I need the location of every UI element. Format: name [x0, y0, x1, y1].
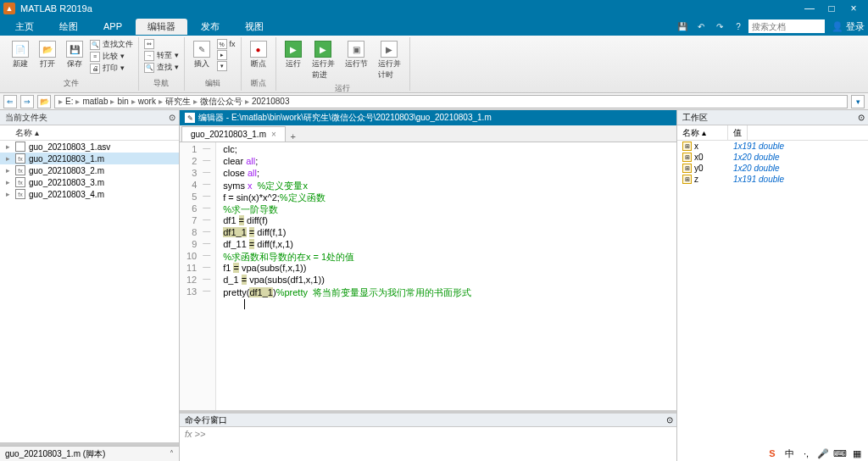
search-input[interactable] — [748, 19, 825, 33]
close-button[interactable]: × — [843, 3, 865, 14]
ribbon-run-1[interactable]: ▶运行并 前进 — [309, 39, 338, 82]
path-seg[interactable]: 20210803 — [252, 97, 290, 106]
nav-up-button[interactable]: 📂 — [37, 95, 51, 108]
toolbar-icon[interactable]: ↶ — [693, 19, 709, 33]
ribbon-保存[interactable]: 💾保存 — [63, 39, 86, 71]
tray-icon[interactable]: S — [766, 447, 778, 459]
file-row[interactable]: ▸guo_20210803_1.asv — [0, 141, 179, 153]
file-tab[interactable]: guo_20210803_1.m × — [181, 126, 286, 142]
command-window[interactable]: fx >> — [180, 427, 676, 461]
ribbon-nav[interactable]: →转至 ▾ — [144, 50, 179, 61]
var-name: x0 — [694, 153, 704, 162]
nav-back-button[interactable]: ⇐ — [3, 95, 17, 108]
ribbon-run-0[interactable]: ▶运行 — [281, 39, 305, 71]
window-title: MATLAB R2019a — [20, 3, 798, 14]
info-expand-icon[interactable]: ˄ — [170, 449, 174, 458]
var-value: 1x20 double — [728, 164, 868, 173]
ws-col-name[interactable]: 名称 ▴ — [677, 125, 728, 140]
path-seg[interactable]: 研究生 — [165, 96, 191, 108]
minimize-button[interactable]: — — [798, 3, 821, 14]
toolbar-icon[interactable]: 💾 — [675, 19, 690, 33]
menu-tab-编辑器[interactable]: 编辑器 — [136, 19, 187, 35]
command-prompt: fx >> — [185, 429, 205, 439]
file-icon: fx — [15, 177, 25, 187]
file-row[interactable]: ▸fxguo_20210803_2.m — [0, 164, 179, 176]
menu-tab-视图[interactable]: 视图 — [233, 19, 275, 35]
ws-menu-icon[interactable]: ⊙ — [858, 113, 865, 122]
maximize-button[interactable]: □ — [821, 3, 843, 14]
system-tray: S 中 ·, 🎤 ⌨ ▦ — [766, 446, 863, 461]
file-info: guo_20210803_1.m (脚本) — [5, 448, 105, 460]
cmd-menu-icon[interactable]: ⊙ — [666, 415, 673, 425]
ribbon-查找文件[interactable]: 🔍查找文件 — [90, 39, 133, 50]
login-button[interactable]: 👤登录 — [832, 20, 865, 33]
file-name: guo_20210803_4.m — [29, 190, 104, 199]
file-tab-close-icon[interactable]: × — [271, 130, 276, 139]
file-row[interactable]: ▸fxguo_20210803_1.m — [0, 153, 179, 164]
ribbon-打开[interactable]: 📂打开 — [36, 39, 59, 71]
file-row[interactable]: ▸fxguo_20210803_4.m — [0, 188, 179, 200]
menu-tab-主页[interactable]: 主页 — [3, 19, 46, 35]
toolbar-icon[interactable]: ↷ — [712, 19, 727, 33]
command-window-header: 命令行窗口⊙ — [180, 414, 676, 427]
ribbon-新建[interactable]: 📄新建 — [8, 39, 32, 71]
path-box[interactable]: ▸E:▸matlab▸bin▸work▸研究生▸微信公众号▸20210803 — [54, 95, 848, 108]
file-name: guo_20210803_2.m — [29, 166, 104, 175]
workspace-header: 工作区⊙ — [677, 110, 868, 125]
var-name: z — [694, 175, 698, 184]
file-icon: fx — [15, 165, 25, 175]
file-name: guo_20210803_3.m — [29, 178, 104, 187]
file-name: guo_20210803_1.asv — [29, 142, 110, 152]
var-name: x — [694, 142, 698, 151]
ribbon-edit-small[interactable]: ▾ — [217, 61, 236, 71]
var-name: y0 — [694, 164, 704, 173]
menu-tab-APP[interactable]: APP — [92, 19, 134, 33]
menu-tab-绘图[interactable]: 绘图 — [47, 19, 90, 35]
ribbon-edit-small[interactable]: ▸ — [217, 50, 236, 60]
ribbon-打印 ▾[interactable]: 🖨打印 ▾ — [90, 63, 133, 74]
path-seg[interactable]: E: — [65, 97, 73, 106]
editor-header: ✎ 编辑器 - E:\matlab\bin\work\研究生\微信公众号\202… — [180, 110, 676, 125]
var-value: 1x191 double — [728, 142, 868, 151]
ribbon-nav[interactable]: ⇔ — [144, 39, 179, 49]
tray-ime-icon[interactable]: 中 — [783, 447, 795, 459]
file-icon: fx — [15, 189, 25, 199]
ws-col-value[interactable]: 值 — [728, 125, 748, 140]
file-row[interactable]: ▸fxguo_20210803_3.m — [0, 176, 179, 188]
ws-var-row[interactable]: ⊞x1x191 double — [677, 141, 868, 152]
ribbon-insert[interactable]: ✎插入 — [190, 39, 214, 71]
ws-var-row[interactable]: ⊞y01x20 double — [677, 163, 868, 174]
tray-kbd-icon[interactable]: ⌨ — [834, 447, 846, 459]
ws-var-row[interactable]: ⊞z1x191 double — [677, 174, 868, 185]
var-icon: ⊞ — [682, 164, 692, 173]
path-dropdown[interactable]: ▾ — [851, 95, 865, 108]
ribbon-edit-small[interactable]: %fx — [217, 39, 236, 49]
current-folder-header: 当前文件夹⊙ — [0, 110, 179, 125]
ribbon-run-2[interactable]: ▣运行节 — [342, 39, 371, 71]
filelist-col-name[interactable]: 名称 ▴ — [0, 125, 179, 141]
toolbar-icon[interactable]: ? — [731, 19, 746, 33]
var-value: 1x20 double — [728, 153, 868, 162]
nav-fwd-button[interactable]: ⇒ — [20, 95, 34, 108]
ribbon-breakpoint[interactable]: ●断点 — [247, 39, 270, 71]
pane-menu-icon[interactable]: ⊙ — [169, 113, 175, 122]
path-seg[interactable]: work — [138, 97, 156, 106]
path-seg[interactable]: bin — [117, 97, 128, 106]
ribbon-nav[interactable]: 🔍查找 ▾ — [144, 62, 179, 73]
var-value: 1x191 double — [728, 175, 868, 184]
path-seg[interactable]: matlab — [82, 97, 108, 106]
ribbon-run-3[interactable]: ▶运行并 计时 — [375, 39, 404, 82]
ws-var-row[interactable]: ⊞x01x20 double — [677, 152, 868, 163]
path-seg[interactable]: 微信公众号 — [200, 96, 242, 108]
tray-grid-icon[interactable]: ▦ — [851, 447, 863, 459]
tray-mic-icon[interactable]: 🎤 — [817, 447, 829, 459]
code-editor[interactable]: 12345678910111213 clc;clear all;close al… — [180, 142, 676, 410]
menu-tab-发布[interactable]: 发布 — [189, 19, 231, 35]
var-icon: ⊞ — [682, 142, 692, 151]
tray-punct-icon[interactable]: ·, — [800, 447, 812, 459]
var-icon: ⊞ — [682, 153, 692, 162]
file-icon — [15, 142, 25, 152]
ribbon-比较 ▾[interactable]: ≡比较 ▾ — [90, 51, 133, 62]
editor-icon: ✎ — [185, 113, 195, 123]
add-tab-button[interactable]: + — [286, 131, 301, 142]
